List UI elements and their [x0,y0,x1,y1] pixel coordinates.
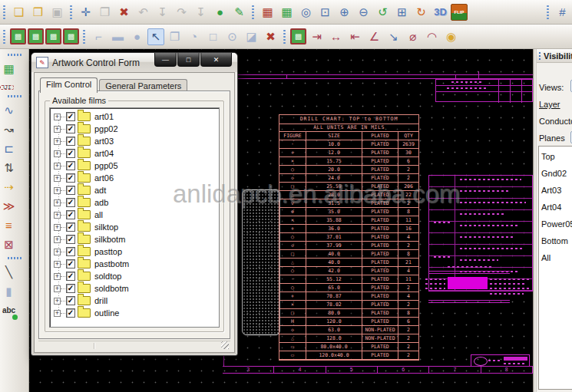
new-file-icon[interactable]: ❏ [10,3,28,21]
select-tool-icon[interactable]: ↖ [147,28,164,45]
zoom-previous-icon[interactable]: ↺ [374,3,392,21]
film-checkbox[interactable]: ✓ [66,235,75,244]
layer-list-item[interactable]: All [539,249,572,266]
film-checkbox[interactable]: ✓ [66,149,75,158]
resize-grip[interactable] [221,341,229,349]
ring-tool-icon[interactable]: ⊙ [223,28,241,45]
film-tree-item[interactable]: + ✓ soldbotm [54,282,219,295]
line-tool-icon[interactable]: ╲ [0,263,18,281]
expand-icon[interactable]: + [54,236,61,243]
film-checkbox[interactable]: ✓ [66,296,75,305]
place-component-icon[interactable]: U1 [0,85,14,90]
pin-array-icon[interactable]: ≡ [0,216,18,234]
film-tree-item[interactable]: + ✓ art04 [54,147,219,160]
open-folder-icon[interactable]: ❒ [29,3,47,21]
done-icon[interactable]: ↧ [192,3,210,21]
film-tree-item[interactable]: + ✓ all [54,209,219,221]
diameter-dimension-icon[interactable]: ⌀ [404,28,422,45]
circle-tool-icon[interactable]: ● [128,28,146,45]
expand-icon[interactable]: + [54,163,61,170]
redo-icon[interactable]: ↷ [173,3,190,21]
film-tree-item[interactable]: + ✓ art06 [54,172,219,184]
save-icon[interactable]: ▣ [48,3,66,21]
rect-fill-tool-icon[interactable]: ▮ [0,282,18,300]
film-tree-item[interactable]: + ✓ adb [54,196,219,209]
layer-list-item[interactable]: Gnd02 [539,165,572,182]
film-tree-item[interactable]: + ✓ adt [54,184,219,196]
view-3d-icon[interactable]: 3D [431,3,449,21]
toolbar-drag-handle[interactable] [7,256,22,260]
film-tree-item[interactable]: + ✓ soldtop [54,270,219,282]
slide-trace-icon[interactable]: ⇢ [0,178,18,196]
layer-list-item[interactable]: Art03 [539,182,572,199]
arc-shape-icon[interactable]: ◔ [185,28,203,45]
toolbar-drag-handle[interactable] [2,29,6,44]
polygon-tool-icon[interactable]: ⌐ [90,28,107,45]
fanout-icon[interactable]: ≫ [0,197,18,215]
expand-icon[interactable]: + [54,212,61,219]
dialog-titlebar[interactable]: ✎ Artwork Control Form — □ ✕ [31,53,237,72]
minimize-button[interactable]: — [154,53,177,67]
move-icon[interactable]: ✛ [77,3,94,21]
measure-icon[interactable]: ↔ [327,28,345,45]
film-checkbox[interactable]: ✓ [66,137,75,146]
rectangle-tool-icon[interactable]: ▬ [109,28,127,45]
film-checkbox[interactable]: ✓ [66,247,75,256]
arc-dimension-icon[interactable]: ◠ [423,28,441,45]
toolbar-drag-handle[interactable] [2,5,6,20]
corner-fill-icon[interactable]: ◪ [243,28,260,45]
flip-design-icon[interactable]: FLIP [451,4,468,21]
board-view-icon[interactable]: ▦ [259,3,276,21]
route-trace-icon[interactable]: ↝ [0,120,18,138]
film-tree-item[interactable]: + ✓ silktop [54,221,219,233]
cancel-icon[interactable]: ↧ [154,3,171,21]
layer-list-item[interactable]: Power05 [539,216,572,232]
close-button[interactable]: ✕ [200,53,232,67]
probe-icon[interactable]: ⇥ [308,28,326,45]
zoom-window-icon[interactable]: ⊡ [316,3,334,21]
expand-icon[interactable]: + [54,285,61,292]
expand-icon[interactable]: + [54,187,61,194]
layer-list-item[interactable]: Top [539,148,572,165]
find-icon[interactable]: ◉ [442,28,460,45]
tab-film-control[interactable]: Film Control [40,77,98,93]
film-checkbox[interactable]: ✓ [66,308,75,318]
film-tree-item[interactable]: + ✓ silkbotm [54,233,219,245]
maximize-button[interactable]: □ [177,53,200,67]
highlight-icon[interactable]: ● [211,3,229,21]
square-tool-icon[interactable]: □ [204,28,222,45]
zoom-out-icon[interactable]: ⊖ [355,3,372,21]
film-tree-item[interactable]: + ✓ art03 [54,135,219,147]
film-checkbox[interactable]: ✓ [66,186,75,195]
expand-icon[interactable]: + [54,249,61,255]
expand-icon[interactable]: + [54,273,61,280]
angle-dimension-icon[interactable]: ∠ [365,28,383,45]
expand-icon[interactable]: + [54,224,61,231]
toolbar-drag-handle[interactable] [283,29,286,44]
expand-icon[interactable]: + [54,114,61,120]
assign-color-icon[interactable]: ▩ [290,28,306,44]
delete-icon[interactable]: ✖ [115,3,133,21]
film-checkbox[interactable]: ✓ [66,112,75,121]
expand-icon[interactable]: + [54,298,61,305]
expand-icon[interactable]: + [54,150,61,157]
copy-icon[interactable]: ❐ [96,3,114,21]
film-checkbox[interactable]: ✓ [66,284,75,293]
toolbar-drag-handle[interactable] [7,94,22,98]
zoom-selection-icon[interactable]: ⊞ [393,3,411,21]
copy-shape-icon[interactable]: ❐ [166,28,184,45]
film-tree-item[interactable]: + ✓ pgp02 [54,123,219,135]
layer-list-item[interactable]: Art04 [539,199,572,216]
film-tree-item[interactable]: + ✓ outline [54,307,219,319]
grid-toggle-icon[interactable]: # [554,3,571,21]
layer-tab-link[interactable]: Layer [539,100,560,109]
expand-icon[interactable]: + [54,138,61,145]
group-route-icon[interactable]: ⊏ [0,140,18,157]
expand-icon[interactable]: + [54,261,61,268]
shape-mode-3-icon[interactable]: ▩ [45,28,61,44]
shape-mode-2-icon[interactable]: ▩ [28,28,44,44]
toolbar-drag-handle[interactable] [7,53,22,57]
film-checkbox[interactable]: ✓ [66,259,75,268]
film-checkbox[interactable]: ✓ [66,198,75,207]
dimension-icon[interactable]: ⇤ [346,28,364,45]
